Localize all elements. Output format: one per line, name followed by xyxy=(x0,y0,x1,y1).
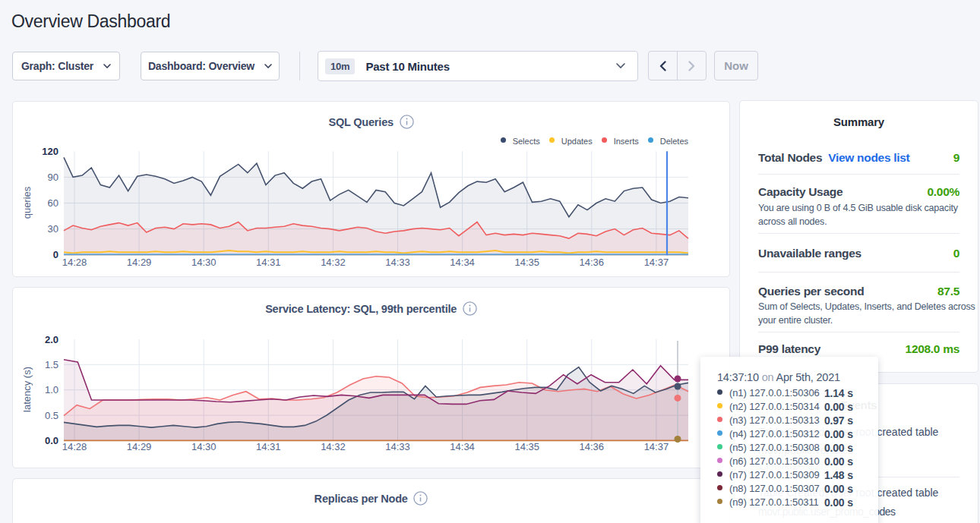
svg-text:0.5: 0.5 xyxy=(45,410,58,421)
svg-text:2.0: 2.0 xyxy=(45,334,58,345)
svg-text:14:31: 14:31 xyxy=(256,257,281,268)
svg-text:14:31: 14:31 xyxy=(256,441,281,452)
svg-text:14:32: 14:32 xyxy=(321,441,346,452)
svg-text:14:37: 14:37 xyxy=(644,257,669,268)
svg-text:120: 120 xyxy=(42,146,58,157)
svg-text:14:35: 14:35 xyxy=(514,257,539,268)
svg-text:14:34: 14:34 xyxy=(450,441,475,452)
svg-text:0: 0 xyxy=(53,249,58,260)
svg-text:14:32: 14:32 xyxy=(321,257,346,268)
svg-text:14:36: 14:36 xyxy=(580,257,605,268)
svg-text:1.5: 1.5 xyxy=(45,359,58,370)
svg-text:14:28: 14:28 xyxy=(62,441,87,452)
svg-text:14:30: 14:30 xyxy=(191,441,217,452)
svg-text:14:34: 14:34 xyxy=(450,257,475,268)
svg-text:14:28: 14:28 xyxy=(62,257,87,268)
svg-text:14:36: 14:36 xyxy=(580,441,605,452)
svg-text:60: 60 xyxy=(48,197,58,209)
svg-text:14:35: 14:35 xyxy=(514,441,539,452)
svg-text:1.0: 1.0 xyxy=(45,384,58,395)
svg-text:14:33: 14:33 xyxy=(385,441,410,452)
svg-text:14:37: 14:37 xyxy=(644,441,669,452)
svg-text:0.0: 0.0 xyxy=(45,435,58,446)
svg-text:30: 30 xyxy=(48,223,58,235)
svg-text:90: 90 xyxy=(48,172,58,183)
svg-text:queries: queries xyxy=(21,186,33,219)
svg-text:14:30: 14:30 xyxy=(191,257,217,268)
svg-text:14:33: 14:33 xyxy=(385,257,410,268)
svg-text:14:29: 14:29 xyxy=(127,441,152,452)
svg-text:latency (s): latency (s) xyxy=(21,367,33,412)
svg-text:14:29: 14:29 xyxy=(127,257,152,268)
